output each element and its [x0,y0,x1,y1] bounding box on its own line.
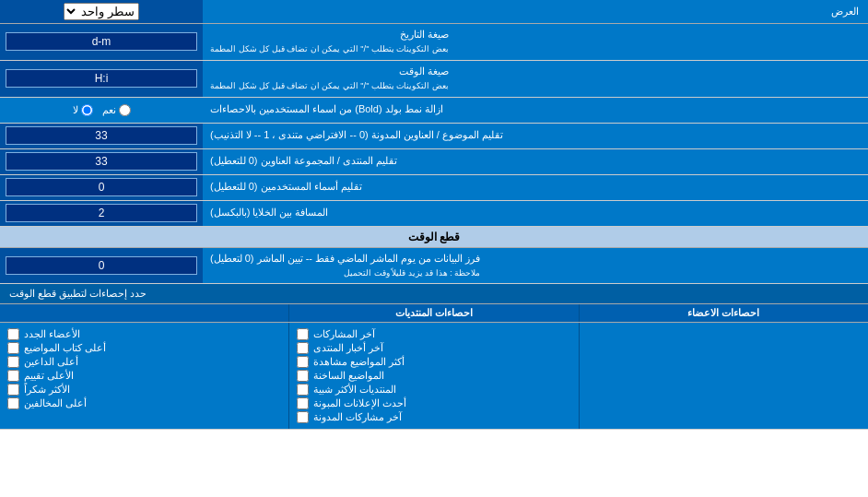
list-item: آخر أخبار المنتدى [297,342,570,354]
display-label: العرض [203,2,868,21]
col1-header: احصاءات المنتديات [288,304,578,322]
checkbox-blog-posts[interactable] [297,411,309,423]
list-item: المواضيع الساخنة [297,370,570,382]
col3-header [0,304,288,322]
forum-limit-label: تقليم المنتدى / المجموعة العناوين (0 للت… [203,149,868,174]
list-item: الأعلى تقييم [7,370,281,382]
forum-limit-row: تقليم المنتدى / المجموعة العناوين (0 للت… [0,149,868,175]
date-format-label: صيغة التاريخبعض التكوينات يتطلب "/" التي… [203,24,868,60]
cutoff-input-cell: 0 [0,248,203,284]
username-limit-label: تقليم أسماء المستخدمين (0 للتعطيل) [203,175,868,200]
display-select[interactable]: سطر واحد سطرين ثلاثة أسطر [64,3,139,20]
date-format-row: صيغة التاريخبعض التكوينات يتطلب "/" التي… [0,24,868,61]
checkbox-most-thanked[interactable] [7,384,19,396]
list-item: أعلى الداعين [7,356,281,368]
forum-limit-input[interactable]: 33 [6,152,197,171]
cutoff-label: فرز البيانات من يوم الماشر الماضي فقط --… [203,248,868,284]
cutoff-input[interactable]: 0 [6,256,197,275]
list-item: الأكثر شكراً [7,384,281,396]
time-format-row: صيغة الوقتبعض التكوينات يتطلب "/" التي ي… [0,61,868,98]
username-limit-input-cell: 0 [0,175,203,200]
username-limit-row: تقليم أسماء المستخدمين (0 للتعطيل) 0 [0,175,868,201]
col2-header: احصاءات الاعضاء [579,304,868,322]
topic-limit-input-cell: 33 [0,124,203,148]
checkbox-top-referrers[interactable] [7,356,19,368]
checkbox-top-warned[interactable] [7,397,19,409]
display-row: العرض سطر واحد سطرين ثلاثة أسطر [0,0,868,24]
bold-remove-label: ازالة نمط بولد (Bold) من اسماء المستخدمي… [203,98,868,123]
time-format-label: صيغة الوقتبعض التكوينات يتطلب "/" التي ي… [203,61,868,97]
topic-limit-row: تقليم الموضوع / العناوين المدونة (0 -- ا… [0,124,868,149]
checkbox-most-viewed[interactable] [297,356,309,368]
bold-remove-radio-cell: نعم لا [0,98,203,123]
stats-apply-row: حدد إحصاءات لتطبيق قطع الوقت [0,284,868,304]
checkbox-col-right [579,323,868,429]
cell-gap-input[interactable]: 2 [6,204,197,222]
topic-limit-label: تقليم الموضوع / العناوين المدونة (0 -- ا… [203,124,868,148]
time-format-input-cell: H:i [0,61,203,97]
checkbox-recent-announcements[interactable] [297,397,309,409]
date-format-input-cell: d-m [0,24,203,60]
cell-gap-input-cell: 2 [0,201,203,226]
radio-no-label[interactable]: لا [73,104,93,116]
checkbox-forum-news[interactable] [297,342,309,354]
checkbox-popular-forums[interactable] [297,384,309,396]
list-item: آخر المشاركات [297,328,570,340]
list-item: أكثر المواضيع مشاهدة [297,356,570,368]
list-item: الأعضاء الجدد [7,328,281,340]
cutoff-row: فرز البيانات من يوم الماشر الماضي فقط --… [0,248,868,285]
checkbox-new-members[interactable] [7,328,19,340]
checkbox-col-members: الأعضاء الجدد أعلى كتاب المواضيع أعلى ال… [0,323,288,429]
list-item: أحدث الإعلانات المبونة [297,397,570,409]
cell-gap-label: المسافة بين الخلايا (بالبكسل) [203,201,868,226]
display-select-cell: سطر واحد سطرين ثلاثة أسطر [0,0,203,23]
checkbox-last-posts[interactable] [297,328,309,340]
checkbox-top-rated[interactable] [7,370,19,382]
checkboxes-header-row: احصاءات الاعضاء احصاءات المنتديات [0,304,868,323]
list-item: آخر مشاركات المدونة [297,411,570,423]
topic-limit-input[interactable]: 33 [6,126,197,145]
date-format-input[interactable]: d-m [6,32,197,51]
radio-yes[interactable] [119,104,131,116]
radio-no[interactable] [81,104,93,116]
checkbox-top-posters[interactable] [7,342,19,354]
checkbox-col-forums: آخر المشاركات آخر أخبار المنتدى أكثر الم… [288,323,578,429]
list-item: المنتديات الأكثر شبية [297,384,570,396]
forum-limit-input-cell: 33 [0,149,203,174]
cell-gap-row: المسافة بين الخلايا (بالبكسل) 2 [0,201,868,227]
checkbox-hot-topics[interactable] [297,370,309,382]
radio-yes-label[interactable]: نعم [102,104,131,116]
list-item: أعلى المخالفين [7,397,281,409]
username-limit-input[interactable]: 0 [6,178,197,196]
time-format-input[interactable]: H:i [6,69,197,88]
list-item: أعلى كتاب المواضيع [7,342,281,354]
cutoff-section-header: قطع الوقت [0,227,868,248]
bold-remove-row: ازالة نمط بولد (Bold) من اسماء المستخدمي… [0,98,868,124]
checkboxes-section: آخر المشاركات آخر أخبار المنتدى أكثر الم… [0,323,868,430]
